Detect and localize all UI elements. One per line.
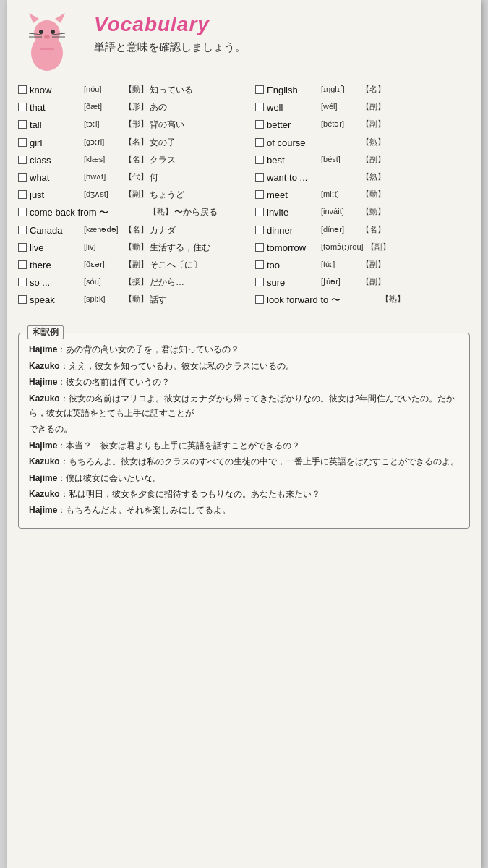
vocab-checkbox[interactable] [18,243,27,252]
vocab-bracket: 【熟】 [361,137,385,148]
vocab-item: girl [gɔːrl] 【名】 女の子 [18,137,233,150]
vocab-type: 【形】 [124,119,148,129]
line-text: ：もちろんだよ。それを楽しみにしてるよ。 [57,505,231,515]
vocab-item: what [hwʌt] 【代】 何 [18,171,233,184]
vocab-word: just [30,189,84,202]
speaker-name: Kazuko [29,489,60,499]
vocab-type: 【動】 [124,242,148,252]
vocab-checkbox[interactable] [18,278,27,286]
vocab-item: dinner [dínər] 【名】 [255,224,470,237]
vocab-checkbox[interactable] [18,156,27,164]
vocab-word: well [267,101,321,114]
speaker-name: Kazuko [29,456,60,467]
vocab-checkbox[interactable] [255,156,264,164]
vocab-meaning: 女の子 [150,137,233,149]
vocab-checkbox[interactable] [18,190,27,199]
vocab-type: 【動】 [124,294,148,305]
vocab-word: dinner [267,224,321,237]
vocab-item: speak [spiːk] 【動】 話す [18,294,233,307]
svg-marker-2 [29,13,39,23]
vocab-meaning: カナダ [150,224,233,237]
vocab-item: tomorrow [təmɔ́(ː)rou] 【副】 [255,242,470,255]
translation-line: できるの。 [29,422,459,436]
vocab-type: 【副】 [124,259,148,270]
vocab-checkbox[interactable] [18,120,27,129]
vocab-meaning: そこへ〔に〕 [150,259,233,271]
vocab-word: tall [30,119,84,132]
vocab-phonetic: [spiːk] [84,294,121,305]
translation-line: Hajime：僕は彼女に会いたいな。 [29,471,459,485]
vocab-phonetic: [ðæt] [84,101,121,112]
vocab-word: live [30,242,84,255]
vocab-meaning: 話す [150,294,233,306]
vocab-item: live [liv] 【動】 生活する，住む [18,242,233,255]
vocab-meaning: だから… [150,276,233,289]
vocab-item: English [ɪŋglɪʃ] 【名】 [255,84,470,97]
vocab-checkbox[interactable] [255,208,264,216]
vocab-phonetic: [ɪŋglɪʃ] [321,84,359,95]
vocab-word: there [30,259,84,272]
vocab-word: too [267,259,321,272]
vocab-checkbox[interactable] [255,120,264,129]
vocab-checkbox[interactable] [255,278,264,286]
vocab-type: 【接】 [124,276,148,287]
vocab-checkbox[interactable] [18,138,27,147]
vocab-bracket: 【副】 [361,119,385,129]
vocab-checkbox[interactable] [18,226,27,234]
vocab-phonetic: [gɔːrl] [84,137,121,148]
header-section: Vocabulary 単語と意味を確認しましょう。 [7,7,481,77]
translation-line: Hajime：本当？ 彼女は君よりも上手に英語を話すことができるの？ [29,438,459,453]
vocab-word: meet [267,189,321,202]
vocab-word: speak [30,294,84,307]
svg-point-4 [39,30,43,34]
vocab-bracket: 【名】 [361,224,385,235]
svg-marker-3 [55,13,65,23]
vocab-word: come back from 〜 [30,206,108,219]
vocab-meaning: 背の高い [150,119,233,131]
line-text: ：あの背の高い女の子を，君は知っているの？ [57,344,239,354]
vocab-type: 【動】 [124,84,148,95]
vocab-checkbox[interactable] [18,208,27,216]
vocab-word: better [267,119,321,132]
vocab-checkbox[interactable] [255,103,264,111]
vocab-word: class [30,154,84,167]
vocab-word: so ... [30,276,84,289]
vocab-checkbox[interactable] [18,103,27,111]
vocab-phonetic: [bést] [321,154,359,165]
vocab-checkbox[interactable] [255,190,264,199]
vocab-bracket: 【動】 [361,189,385,200]
vocab-checkbox[interactable] [255,85,264,94]
vocab-checkbox[interactable] [255,138,264,147]
translation-line: Hajime：彼女の名前は何ていうの？ [29,375,459,389]
vocab-checkbox[interactable] [18,295,27,304]
vocab-word: invite [267,206,321,219]
vocab-checkbox[interactable] [18,173,27,182]
mascot-icon [22,13,72,71]
vocab-item: class [klæs] 【名】 クラス [18,154,233,167]
vocab-checkbox[interactable] [18,85,27,94]
vocab-phonetic: [liv] [84,242,121,252]
vocab-phonetic: [túː] [321,259,359,270]
vocab-phonetic: [inváit] [321,206,359,217]
vocab-checkbox[interactable] [255,243,264,252]
vocab-phonetic: [klæs] [84,154,121,165]
vocab-checkbox[interactable] [255,173,264,182]
vocab-item: look forward to 〜 【熟】 [255,294,470,307]
vocab-bracket: 【熟】 [381,294,405,305]
vocab-checkbox[interactable] [255,295,264,304]
translation-lines: Hajime：あの背の高い女の子を，君は知っているの？Kazuko：ええ，彼女を… [29,342,459,517]
vocab-word: English [267,84,321,97]
vocab-checkbox[interactable] [255,260,264,269]
line-text: ：ええ，彼女を知っているわ。彼女は私のクラスにいるの。 [60,361,294,371]
vocab-checkbox[interactable] [18,260,27,269]
vocab-item: too [túː] 【副】 [255,259,470,272]
vocab-phonetic: [kænədə] [84,224,121,235]
translation-line: Hajime：あの背の高い女の子を，君は知っているの？ [29,342,459,357]
vocab-bracket: 【副】 [361,101,385,112]
vocab-meaning: 生活する，住む [150,242,233,254]
svg-point-6 [44,35,50,39]
vocab-bracket: 【副】 [361,276,385,287]
vocab-type: 【熟】 [149,206,173,217]
vocab-checkbox[interactable] [255,226,264,234]
vocab-phonetic: [hwʌt] [84,171,121,182]
